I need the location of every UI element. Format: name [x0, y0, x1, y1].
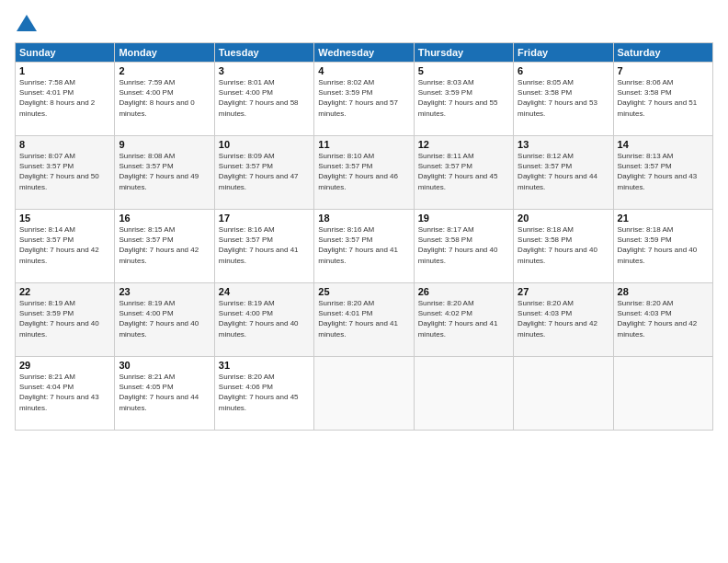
day-number: 13 [518, 139, 609, 150]
calendar-cell: 20 Sunrise: 8:18 AMSunset: 3:58 PMDaylig… [514, 210, 613, 283]
day-number: 24 [219, 286, 310, 297]
day-number: 22 [19, 286, 110, 297]
calendar-cell: 22 Sunrise: 8:19 AMSunset: 3:59 PMDaylig… [16, 283, 115, 357]
calendar-cell: 3 Sunrise: 8:01 AMSunset: 4:00 PMDayligh… [214, 63, 313, 136]
day-info: Sunrise: 8:20 AMSunset: 4:01 PMDaylight:… [318, 299, 398, 339]
calendar-cell: 13 Sunrise: 8:12 AMSunset: 3:57 PMDaylig… [514, 136, 613, 210]
day-info: Sunrise: 7:58 AMSunset: 4:01 PMDaylight:… [19, 78, 95, 118]
day-info: Sunrise: 8:01 AMSunset: 4:00 PMDaylight:… [219, 78, 299, 118]
day-info: Sunrise: 8:18 AMSunset: 3:58 PMDaylight:… [518, 225, 597, 265]
day-number: 31 [219, 360, 310, 371]
calendar-cell: 7 Sunrise: 8:06 AMSunset: 3:58 PMDayligh… [613, 63, 712, 136]
calendar-cell: 14 Sunrise: 8:13 AMSunset: 3:57 PMDaylig… [613, 136, 712, 210]
day-info: Sunrise: 8:11 AMSunset: 3:57 PMDaylight:… [418, 152, 498, 191]
day-number: 15 [19, 213, 110, 224]
day-info: Sunrise: 8:19 AMSunset: 4:00 PMDaylight:… [119, 299, 199, 339]
calendar-week-row: 15 Sunrise: 8:14 AMSunset: 3:57 PMDaylig… [16, 210, 713, 283]
day-number: 30 [119, 360, 210, 371]
day-number: 14 [618, 139, 709, 150]
day-info: Sunrise: 8:15 AMSunset: 3:57 PMDaylight:… [119, 225, 199, 265]
day-number: 25 [318, 286, 409, 297]
calendar-cell: 2 Sunrise: 7:59 AMSunset: 4:00 PMDayligh… [115, 63, 214, 136]
calendar-cell [314, 357, 414, 431]
day-number: 20 [518, 213, 609, 224]
calendar-cell: 26 Sunrise: 8:20 AMSunset: 4:02 PMDaylig… [414, 283, 513, 357]
header-row: SundayMondayTuesdayWednesdayThursdayFrid… [16, 43, 713, 63]
day-number: 21 [618, 213, 709, 224]
day-number: 23 [119, 286, 210, 297]
day-info: Sunrise: 7:59 AMSunset: 4:00 PMDaylight:… [119, 78, 194, 118]
day-info: Sunrise: 8:20 AMSunset: 4:03 PMDaylight:… [618, 299, 698, 339]
calendar-week-row: 1 Sunrise: 7:58 AMSunset: 4:01 PMDayligh… [16, 63, 713, 136]
day-info: Sunrise: 8:20 AMSunset: 4:02 PMDaylight:… [418, 299, 498, 339]
day-number: 19 [418, 213, 509, 224]
calendar-week-row: 29 Sunrise: 8:21 AMSunset: 4:04 PMDaylig… [16, 357, 713, 431]
weekday-header: Friday [514, 43, 613, 63]
calendar-cell [613, 357, 712, 431]
day-info: Sunrise: 8:21 AMSunset: 4:04 PMDaylight:… [19, 373, 99, 412]
calendar-cell: 19 Sunrise: 8:17 AMSunset: 3:58 PMDaylig… [414, 210, 513, 283]
day-number: 2 [119, 65, 210, 76]
day-number: 5 [418, 65, 509, 76]
day-info: Sunrise: 8:14 AMSunset: 3:57 PMDaylight:… [19, 225, 99, 265]
day-info: Sunrise: 8:19 AMSunset: 4:00 PMDaylight:… [219, 299, 299, 339]
calendar-cell: 6 Sunrise: 8:05 AMSunset: 3:58 PMDayligh… [514, 63, 613, 136]
day-number: 12 [418, 139, 509, 150]
calendar-cell: 16 Sunrise: 8:15 AMSunset: 3:57 PMDaylig… [115, 210, 214, 283]
page: SundayMondayTuesdayWednesdayThursdayFrid… [0, 0, 728, 563]
day-number: 7 [618, 65, 709, 76]
day-number: 10 [219, 139, 310, 150]
day-info: Sunrise: 8:02 AMSunset: 3:59 PMDaylight:… [318, 78, 398, 118]
calendar-cell: 25 Sunrise: 8:20 AMSunset: 4:01 PMDaylig… [314, 283, 414, 357]
calendar-cell: 1 Sunrise: 7:58 AMSunset: 4:01 PMDayligh… [16, 63, 115, 136]
day-number: 17 [219, 213, 310, 224]
day-info: Sunrise: 8:17 AMSunset: 3:58 PMDaylight:… [418, 225, 498, 265]
day-info: Sunrise: 8:05 AMSunset: 3:58 PMDaylight:… [518, 78, 597, 118]
logo-icon [17, 15, 37, 31]
calendar-cell: 12 Sunrise: 8:11 AMSunset: 3:57 PMDaylig… [414, 136, 513, 210]
weekday-header: Tuesday [214, 43, 313, 63]
weekday-header: Thursday [414, 43, 513, 63]
day-info: Sunrise: 8:06 AMSunset: 3:58 PMDaylight:… [618, 78, 698, 118]
svg-marker-0 [17, 15, 37, 31]
calendar-cell: 10 Sunrise: 8:09 AMSunset: 3:57 PMDaylig… [214, 136, 313, 210]
day-number: 8 [19, 139, 110, 150]
day-number: 3 [219, 65, 310, 76]
day-info: Sunrise: 8:16 AMSunset: 3:57 PMDaylight:… [219, 225, 299, 265]
day-info: Sunrise: 8:08 AMSunset: 3:57 PMDaylight:… [119, 152, 199, 191]
calendar-cell: 30 Sunrise: 8:21 AMSunset: 4:05 PMDaylig… [115, 357, 214, 431]
calendar-cell: 4 Sunrise: 8:02 AMSunset: 3:59 PMDayligh… [314, 63, 414, 136]
day-number: 18 [318, 213, 409, 224]
calendar-cell: 5 Sunrise: 8:03 AMSunset: 3:59 PMDayligh… [414, 63, 513, 136]
day-number: 1 [19, 65, 110, 76]
weekday-header: Wednesday [314, 43, 414, 63]
day-number: 16 [119, 213, 210, 224]
day-info: Sunrise: 8:09 AMSunset: 3:57 PMDaylight:… [219, 152, 299, 191]
calendar-cell: 17 Sunrise: 8:16 AMSunset: 3:57 PMDaylig… [214, 210, 313, 283]
day-number: 6 [518, 65, 609, 76]
day-info: Sunrise: 8:19 AMSunset: 3:59 PMDaylight:… [19, 299, 99, 339]
day-number: 4 [318, 65, 409, 76]
calendar-cell: 24 Sunrise: 8:19 AMSunset: 4:00 PMDaylig… [214, 283, 313, 357]
day-number: 27 [518, 286, 609, 297]
day-number: 28 [618, 286, 709, 297]
header [15, 15, 713, 35]
logo [15, 15, 37, 35]
weekday-header: Monday [115, 43, 214, 63]
calendar-cell: 31 Sunrise: 8:20 AMSunset: 4:06 PMDaylig… [214, 357, 313, 431]
calendar-week-row: 22 Sunrise: 8:19 AMSunset: 3:59 PMDaylig… [16, 283, 713, 357]
day-info: Sunrise: 8:13 AMSunset: 3:57 PMDaylight:… [618, 152, 698, 191]
day-number: 29 [19, 360, 110, 371]
day-info: Sunrise: 8:20 AMSunset: 4:06 PMDaylight:… [219, 373, 299, 412]
calendar-cell: 28 Sunrise: 8:20 AMSunset: 4:03 PMDaylig… [613, 283, 712, 357]
day-number: 26 [418, 286, 509, 297]
calendar-cell: 29 Sunrise: 8:21 AMSunset: 4:04 PMDaylig… [16, 357, 115, 431]
calendar-week-row: 8 Sunrise: 8:07 AMSunset: 3:57 PMDayligh… [16, 136, 713, 210]
day-info: Sunrise: 8:16 AMSunset: 3:57 PMDaylight:… [318, 225, 398, 265]
day-info: Sunrise: 8:20 AMSunset: 4:03 PMDaylight:… [518, 299, 597, 339]
day-info: Sunrise: 8:10 AMSunset: 3:57 PMDaylight:… [318, 152, 398, 191]
calendar-cell: 21 Sunrise: 8:18 AMSunset: 3:59 PMDaylig… [613, 210, 712, 283]
calendar-cell: 15 Sunrise: 8:14 AMSunset: 3:57 PMDaylig… [16, 210, 115, 283]
weekday-header: Sunday [16, 43, 115, 63]
calendar-cell: 8 Sunrise: 8:07 AMSunset: 3:57 PMDayligh… [16, 136, 115, 210]
